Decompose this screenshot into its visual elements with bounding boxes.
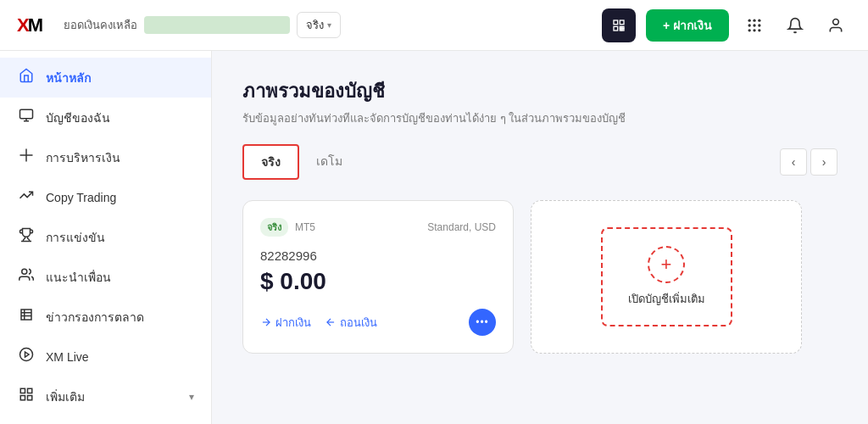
grid-icon bbox=[17, 387, 36, 406]
chevron-down-icon: ▾ bbox=[327, 20, 331, 30]
balance-label: ยอดเงินคงเหลือ bbox=[64, 16, 137, 34]
svg-rect-29 bbox=[28, 388, 32, 393]
topnav: XM ยอดเงินคงเหลือ ██████████ จริง ▾ + ฝา… bbox=[0, 0, 868, 51]
sidebar: หน้าหลัก บัญชีของฉัน การบริหารเงิน bbox=[0, 51, 212, 424]
accounts-icon bbox=[17, 108, 36, 127]
svg-rect-2 bbox=[614, 26, 618, 31]
apps-button[interactable] bbox=[739, 10, 770, 41]
sidebar-item-label: ข่าวกรองการตลาด bbox=[46, 308, 144, 326]
card-header: จริง MT5 Standard, USD bbox=[260, 218, 496, 237]
referral-icon bbox=[17, 267, 36, 287]
svg-point-26 bbox=[20, 349, 33, 361]
sidebar-item-accounts[interactable]: บัญชีของฉัน bbox=[0, 98, 211, 137]
svg-point-14 bbox=[753, 29, 755, 31]
sidebar-item-label: หน้าหลัก bbox=[46, 69, 91, 87]
balance-value: ██████████ bbox=[144, 16, 290, 34]
qr-button[interactable] bbox=[602, 8, 636, 42]
sidebar-item-label: บัญชีของฉัน bbox=[46, 109, 110, 127]
svg-point-10 bbox=[748, 24, 751, 26]
more-options-button[interactable]: ••• bbox=[469, 309, 496, 336]
svg-rect-3 bbox=[620, 26, 621, 28]
sidebar-item-news[interactable]: ข่าวกรองการตลาด bbox=[0, 297, 211, 337]
video-icon bbox=[17, 347, 36, 366]
nav-right: + ฝากเงิน bbox=[602, 8, 851, 42]
main-content: ภาพรวมของบัญชี รับข้อมูลอย่างทันท่วงทีแล… bbox=[212, 51, 868, 424]
svg-rect-17 bbox=[20, 109, 33, 119]
sidebar-item-label: การแข่งขัน bbox=[46, 228, 105, 247]
page-title: ภาพรวมของบัญชี bbox=[242, 76, 837, 106]
deposit-account-button[interactable]: ฝากเงิน bbox=[260, 314, 311, 332]
tab-live[interactable]: จริง bbox=[242, 144, 299, 180]
mt-badge: MT5 bbox=[295, 221, 315, 233]
add-account-plus-button[interactable]: + bbox=[648, 246, 685, 283]
standard-badge: Standard, USD bbox=[427, 221, 496, 233]
svg-rect-30 bbox=[20, 396, 25, 400]
svg-point-15 bbox=[758, 29, 760, 31]
account-type-label: จริง bbox=[306, 16, 324, 34]
tab-demo[interactable]: เดโม bbox=[299, 145, 359, 179]
add-account-card[interactable]: + เปิดบัญชีเพิ่มเติม bbox=[531, 200, 802, 354]
sidebar-item-label: เพิ่มเติม bbox=[46, 388, 85, 406]
next-arrow-button[interactable]: › bbox=[810, 148, 837, 176]
account-card: จริง MT5 Standard, USD 82282996 $ 0.00 ฝ… bbox=[242, 200, 514, 354]
sidebar-item-label: Copy Trading bbox=[46, 191, 116, 204]
svg-rect-4 bbox=[622, 26, 624, 28]
news-icon bbox=[17, 307, 36, 326]
sidebar-item-referral[interactable]: แนะนำเพื่อน bbox=[0, 257, 211, 297]
chevron-down-icon: ▾ bbox=[189, 391, 194, 403]
account-type-dropdown[interactable]: จริง ▾ bbox=[297, 12, 341, 38]
profile-button[interactable] bbox=[821, 10, 851, 41]
sidebar-item-label: แนะนำเพื่อน bbox=[46, 268, 111, 287]
notifications-button[interactable] bbox=[780, 10, 810, 41]
account-balance: $ 0.00 bbox=[260, 268, 496, 295]
sidebar-item-home[interactable]: หน้าหลัก bbox=[0, 58, 211, 98]
account-number: 82282996 bbox=[260, 248, 496, 263]
sidebar-item-copy-trading[interactable]: Copy Trading bbox=[0, 177, 211, 217]
svg-rect-1 bbox=[620, 20, 624, 25]
svg-rect-31 bbox=[28, 396, 32, 400]
account-tabs: จริง เดโม ‹ › bbox=[242, 144, 837, 180]
svg-point-13 bbox=[748, 29, 751, 31]
svg-point-12 bbox=[758, 24, 760, 26]
layout: หน้าหลัก บัญชีของฉัน การบริหารเงิน bbox=[0, 51, 868, 424]
tab-arrows: ‹ › bbox=[780, 148, 837, 176]
sidebar-item-finance[interactable]: การบริหารเงิน bbox=[0, 137, 211, 177]
svg-point-8 bbox=[753, 19, 755, 21]
svg-marker-27 bbox=[25, 352, 30, 357]
svg-point-7 bbox=[748, 19, 751, 21]
withdraw-account-button[interactable]: ถอนเงิน bbox=[325, 314, 377, 332]
svg-rect-6 bbox=[622, 29, 624, 31]
svg-point-9 bbox=[758, 19, 760, 21]
trophy-icon bbox=[17, 227, 36, 247]
home-icon bbox=[17, 68, 36, 87]
svg-point-22 bbox=[22, 269, 27, 274]
sidebar-item-more[interactable]: เพิ่มเติม ▾ bbox=[0, 377, 211, 416]
add-account-dashed-box[interactable]: + เปิดบัญชีเพิ่มเติม bbox=[601, 227, 732, 326]
sidebar-item-label: การบริหารเงิน bbox=[46, 148, 120, 167]
svg-point-11 bbox=[753, 24, 755, 26]
finance-icon bbox=[17, 148, 36, 167]
sidebar-item-competition[interactable]: การแข่งขัน bbox=[0, 217, 211, 257]
sidebar-item-xm-live[interactable]: XM Live bbox=[0, 337, 211, 377]
live-badge: จริง bbox=[260, 218, 288, 237]
page-subtitle: รับข้อมูลอย่างทันท่วงทีและจัดการบัญชีของ… bbox=[242, 109, 837, 127]
svg-point-16 bbox=[833, 19, 839, 25]
svg-rect-5 bbox=[620, 29, 621, 31]
svg-rect-0 bbox=[614, 20, 618, 25]
logo: XM bbox=[17, 14, 43, 36]
svg-rect-28 bbox=[20, 388, 25, 393]
copy-trading-icon bbox=[17, 187, 36, 207]
sidebar-item-label: XM Live bbox=[46, 350, 89, 364]
cards-row: จริง MT5 Standard, USD 82282996 $ 0.00 ฝ… bbox=[242, 200, 837, 354]
card-actions: ฝากเงิน ถอนเงิน ••• bbox=[260, 309, 496, 336]
deposit-button[interactable]: + ฝากเงิน bbox=[646, 9, 729, 42]
prev-arrow-button[interactable]: ‹ bbox=[780, 148, 807, 176]
add-account-label: เปิดบัญชีเพิ่มเติม bbox=[628, 290, 705, 308]
